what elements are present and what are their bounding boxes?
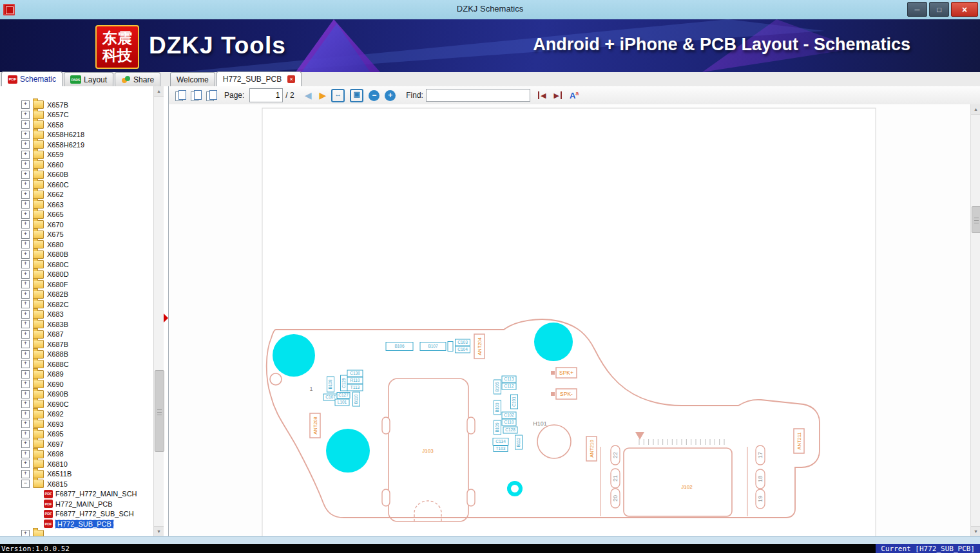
tree-folder-X665[interactable]: +X665 bbox=[0, 210, 153, 220]
tree-folder-X697[interactable]: +X697 bbox=[0, 439, 153, 449]
tree-folder-X689[interactable]: +X689 bbox=[0, 370, 153, 380]
expand-icon[interactable]: + bbox=[21, 250, 30, 259]
tree-scrollbar[interactable]: ▲ ▼ bbox=[153, 86, 164, 536]
fit-width-button[interactable]: ↔ bbox=[331, 89, 345, 102]
tree-folder-X657B[interactable]: +X657B bbox=[0, 100, 153, 110]
zoom-out-button[interactable]: − bbox=[369, 90, 380, 101]
tree-folder-X6511B[interactable]: +X6511B bbox=[0, 469, 153, 480]
doc-tab-Welcome[interactable]: Welcome bbox=[170, 72, 215, 86]
expand-icon[interactable]: + bbox=[21, 390, 30, 398]
expand-icon[interactable]: + bbox=[21, 470, 30, 478]
tree-folder-X675[interactable]: +X675 bbox=[0, 230, 153, 240]
expand-icon[interactable]: + bbox=[21, 440, 30, 448]
expand-icon[interactable]: + bbox=[21, 400, 30, 408]
expand-icon[interactable]: + bbox=[21, 320, 30, 328]
viewer-scroll-thumb[interactable] bbox=[972, 206, 980, 233]
tree-folder-X662[interactable]: +X662 bbox=[0, 190, 153, 200]
tree-folder-X680D[interactable]: +X680D bbox=[0, 270, 153, 280]
expand-icon[interactable]: + bbox=[21, 290, 30, 299]
expand-icon[interactable]: + bbox=[21, 430, 30, 438]
tree-folder-X659[interactable]: +X659 bbox=[0, 150, 153, 160]
find-input[interactable] bbox=[426, 89, 530, 102]
doc-tab-H772_SUB_PCB[interactable]: H772_SUB_PCB× bbox=[216, 71, 302, 87]
close-button[interactable]: × bbox=[951, 2, 978, 17]
tree-folder-X657C[interactable]: +X657C bbox=[0, 110, 153, 120]
tree-folder-X695[interactable]: +X695 bbox=[0, 429, 153, 440]
tree-doc-F6877_H772_MAIN_SCH[interactable]: PDFF6877_H772_MAIN_SCH bbox=[0, 489, 153, 500]
tree-folder-X690B[interactable]: +X690B bbox=[0, 389, 153, 400]
expand-icon[interactable]: + bbox=[21, 300, 30, 308]
scroll-up-icon[interactable]: ▲ bbox=[971, 104, 980, 115]
next-page-button[interactable]: ▶ bbox=[319, 90, 326, 100]
tree-folder-X693[interactable]: +X693 bbox=[0, 419, 153, 429]
tree-folder-X698[interactable]: +X698 bbox=[0, 449, 153, 460]
tree-folder-X660B[interactable]: +X660B bbox=[0, 170, 153, 180]
expand-icon[interactable]: + bbox=[21, 380, 30, 388]
tree-folder-X660C[interactable]: +X660C bbox=[0, 180, 153, 190]
tree-doc-H772_SUB_PCB[interactable]: PDFH772_SUB_PCB bbox=[0, 519, 153, 529]
expand-icon[interactable]: + bbox=[21, 151, 30, 159]
expand-icon[interactable]: + bbox=[21, 140, 30, 149]
expand-icon[interactable]: + bbox=[21, 360, 30, 368]
maximize-button[interactable]: □ bbox=[929, 2, 949, 17]
tree-folder-X690C[interactable]: +X690C bbox=[0, 399, 153, 409]
tree-folder-X658[interactable]: +X658 bbox=[0, 120, 153, 130]
expand-icon[interactable]: + bbox=[21, 220, 30, 229]
scroll-down-icon[interactable]: ▼ bbox=[154, 526, 164, 536]
collapse-icon[interactable]: − bbox=[21, 480, 30, 488]
expand-icon[interactable]: + bbox=[21, 120, 30, 129]
scroll-down-icon[interactable]: ▼ bbox=[971, 526, 980, 536]
expand-icon[interactable]: + bbox=[21, 111, 30, 119]
expand-icon[interactable]: + bbox=[21, 410, 30, 418]
expand-icon[interactable]: + bbox=[21, 350, 30, 359]
expand-icon[interactable]: + bbox=[21, 270, 30, 279]
tree-folder-X690[interactable]: +X690 bbox=[0, 379, 153, 389]
expand-icon[interactable]: + bbox=[21, 191, 30, 199]
tree-folder-X688C[interactable]: +X688C bbox=[0, 359, 153, 370]
tree-folder-X692[interactable]: +X692 bbox=[0, 409, 153, 420]
expand-icon[interactable]: + bbox=[21, 131, 30, 139]
tree-folder-X687[interactable]: +X687 bbox=[0, 330, 153, 340]
expand-icon[interactable]: + bbox=[21, 230, 30, 239]
expand-icon[interactable]: + bbox=[21, 211, 30, 219]
tab-layout[interactable]: PADSLayout bbox=[64, 72, 113, 86]
tree-folder-X6810[interactable]: +X6810 bbox=[0, 459, 153, 469]
expand-icon[interactable]: + bbox=[21, 260, 30, 268]
expand-icon[interactable]: + bbox=[21, 240, 30, 248]
expand-icon[interactable]: + bbox=[21, 280, 30, 288]
tree-folder-X6815[interactable]: −X6815 bbox=[0, 479, 153, 489]
pdf-viewer[interactable]: 222120171819B106B107C103C104B108C129C130… bbox=[169, 104, 970, 536]
tree-folder-X688B[interactable]: +X688B bbox=[0, 350, 153, 360]
tree-folder-X658H6219[interactable]: +X658H6219 bbox=[0, 140, 153, 150]
tree-folder-X680F[interactable]: +X680F bbox=[0, 279, 153, 290]
expand-icon[interactable]: + bbox=[21, 420, 30, 428]
tree-folder-X663[interactable]: +X663 bbox=[0, 200, 153, 210]
expand-icon[interactable]: + bbox=[21, 330, 30, 339]
zoom-in-button[interactable]: + bbox=[385, 90, 396, 101]
tab-share[interactable]: Share bbox=[115, 72, 160, 86]
viewer-scrollbar[interactable]: ▲ ▼ bbox=[970, 104, 980, 536]
find-prev-button[interactable]: ◀ bbox=[538, 91, 546, 99]
tree-scroll-thumb[interactable] bbox=[155, 370, 164, 452]
expand-icon[interactable]: + bbox=[21, 200, 30, 209]
tab-schematic[interactable]: PDFSchematic bbox=[1, 71, 62, 87]
tree-folder-X680B[interactable]: +X680B bbox=[0, 250, 153, 260]
facing-pages-icon[interactable] bbox=[191, 90, 202, 100]
book-view-icon[interactable] bbox=[206, 90, 218, 100]
expand-icon[interactable]: + bbox=[21, 160, 30, 169]
scroll-up-icon[interactable]: ▲ bbox=[154, 86, 164, 97]
tree-folder-X687B[interactable]: +X687B bbox=[0, 339, 153, 350]
tree-folder-X683[interactable]: +X683 bbox=[0, 310, 153, 320]
tree-folder-X658H6218[interactable]: +X658H6218 bbox=[0, 130, 153, 140]
expand-icon[interactable]: + bbox=[21, 340, 30, 348]
prev-page-button[interactable]: ◀ bbox=[305, 90, 312, 100]
tree-folder-X660[interactable]: +X660 bbox=[0, 160, 153, 170]
find-next-button[interactable]: ▶ bbox=[553, 91, 561, 99]
minimize-button[interactable]: ─ bbox=[907, 2, 927, 17]
expand-icon[interactable]: + bbox=[21, 310, 30, 319]
expand-icon[interactable]: + bbox=[21, 180, 30, 189]
tree-folder-X682B[interactable]: +X682B bbox=[0, 290, 153, 300]
expand-icon[interactable]: + bbox=[21, 460, 30, 468]
tree-doc-F6877_H772_SUB_SCH[interactable]: PDFF6877_H772_SUB_SCH bbox=[0, 509, 153, 520]
close-tab-icon[interactable]: × bbox=[287, 75, 295, 83]
